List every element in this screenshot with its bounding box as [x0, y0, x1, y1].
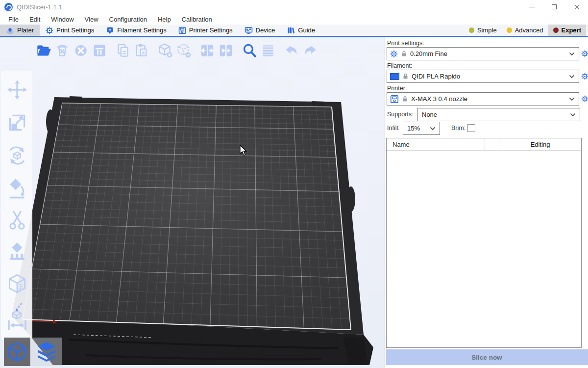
books-icon — [287, 26, 295, 34]
rotate-tool-button[interactable] — [5, 144, 29, 167]
menu-view[interactable]: View — [79, 15, 104, 24]
mode-simple[interactable]: Simple — [464, 25, 502, 36]
arrange-button[interactable] — [90, 41, 109, 60]
main-toolbar — [34, 41, 319, 60]
window-title: QIDISlicer-1.1.1 — [17, 3, 62, 11]
print-settings-gear-button[interactable] — [581, 50, 588, 57]
infill-combo[interactable]: 15% — [403, 122, 440, 135]
copy-button[interactable] — [114, 41, 132, 60]
remove-instance-button[interactable] — [174, 41, 193, 60]
rotate-icon — [5, 144, 29, 167]
mode-advanced[interactable]: Advanced — [502, 25, 548, 36]
menu-configuration[interactable]: Configuration — [104, 15, 152, 24]
split-to-parts-button[interactable] — [217, 41, 235, 60]
chevron-down-icon — [570, 113, 576, 117]
infill-value: 15% — [407, 125, 430, 132]
menu-file[interactable]: File — [3, 15, 24, 24]
scale-tool-button[interactable] — [5, 111, 29, 134]
title-bar: QIDISlicer-1.1.1 — [0, 0, 588, 14]
open-folder-button[interactable] — [34, 41, 53, 60]
object-list[interactable]: Name Editing — [386, 138, 582, 348]
paste-icon — [133, 42, 150, 59]
place-on-face-icon — [5, 176, 29, 200]
split-to-parts-icon — [217, 42, 235, 59]
printer-icon — [390, 95, 399, 104]
tab-guide[interactable]: Guide — [281, 25, 321, 36]
menu-window[interactable]: Window — [46, 15, 79, 24]
redo-icon — [301, 42, 319, 59]
printer-combo[interactable]: X-MAX 3 0.4 nozzle — [387, 92, 579, 105]
print-settings-combo[interactable]: 0.20mm Fine — [387, 47, 579, 60]
undo-icon — [283, 42, 300, 59]
filament-label: Filament: — [387, 62, 412, 69]
tab-plater[interactable]: Plater — [0, 25, 40, 36]
plater-icon — [6, 26, 14, 34]
filament-combo[interactable]: QIDI PLA Rapido — [387, 70, 579, 83]
gear-icon — [46, 26, 53, 34]
search-button[interactable] — [240, 41, 259, 60]
device-monitor-icon — [245, 26, 253, 34]
move-tool-button[interactable] — [5, 78, 29, 102]
print-settings-label: Print settings: — [387, 40, 424, 47]
tab-print-settings[interactable]: Print Settings — [40, 25, 100, 36]
view-preview-button[interactable] — [31, 338, 62, 366]
tab-filament-settings[interactable]: Filament Settings — [100, 25, 172, 36]
print-bed — [0, 37, 385, 368]
qidislicer-window: QIDISlicer-1.1.1 File Edit Window View C… — [0, 0, 588, 368]
cut-tool-button[interactable] — [5, 209, 29, 232]
chevron-down-icon — [430, 127, 436, 131]
add-instance-button[interactable] — [156, 41, 174, 60]
slice-now-button[interactable]: Slice now — [386, 349, 588, 365]
close-icon — [574, 4, 580, 10]
printer-icon — [178, 26, 186, 34]
column-header-name[interactable]: Name — [387, 138, 485, 150]
close-button[interactable] — [565, 0, 588, 14]
infill-label: Infill: — [387, 125, 400, 131]
delete-all-icon — [72, 42, 90, 59]
open-folder-icon — [35, 42, 52, 59]
supports-combo[interactable]: None — [417, 108, 580, 121]
tab-label: Print Settings — [56, 26, 94, 34]
maximize-button[interactable] — [543, 0, 565, 14]
tab-device[interactable]: Device — [239, 25, 281, 36]
menu-help[interactable]: Help — [152, 15, 176, 24]
undo-button[interactable] — [282, 41, 301, 60]
brim-checkbox[interactable] — [467, 124, 475, 132]
delete-all-button[interactable] — [72, 41, 90, 60]
menu-edit[interactable]: Edit — [24, 15, 46, 24]
tab-printer-settings[interactable]: Printer Settings — [172, 25, 239, 36]
printer-label: Printer: — [387, 85, 407, 92]
view-3d-editor-button[interactable] — [4, 338, 30, 366]
supports-value: None — [422, 111, 570, 118]
measure-tool-button[interactable] — [5, 272, 29, 296]
simple-dot-icon — [469, 27, 474, 33]
mouse-cursor — [240, 145, 248, 157]
delete-trash-icon — [53, 42, 71, 59]
place-on-face-tool-button[interactable] — [5, 176, 29, 200]
paint-supports-tool-button[interactable] — [5, 240, 29, 264]
filament-gear-button[interactable] — [581, 73, 588, 80]
spacing-tool-button[interactable] — [5, 318, 29, 332]
split-to-objects-button[interactable] — [198, 41, 217, 60]
column-header-editing[interactable]: Editing — [499, 141, 581, 148]
menu-calibration[interactable]: Calibration — [176, 15, 218, 24]
app-logo-icon — [4, 3, 13, 11]
place-on-bed-tool-button[interactable] — [5, 301, 29, 320]
lock-icon — [402, 96, 408, 102]
column-header-extruder[interactable] — [485, 138, 499, 150]
mode-expert[interactable]: Expert — [548, 25, 586, 36]
delete-button[interactable] — [53, 41, 72, 60]
paste-button[interactable] — [132, 41, 151, 60]
variable-layer-height-button[interactable] — [259, 41, 277, 60]
3d-viewport[interactable] — [0, 37, 385, 368]
filament-icon — [106, 26, 114, 34]
minimize-button[interactable] — [520, 0, 543, 14]
tab-label: Filament Settings — [117, 26, 166, 34]
cut-scissors-icon — [5, 209, 29, 232]
redo-button[interactable] — [301, 41, 319, 60]
move-icon — [5, 78, 29, 102]
menu-bar: File Edit Window View Configuration Help… — [0, 14, 588, 25]
printer-gear-button[interactable] — [581, 95, 588, 103]
bed-clip — [46, 109, 55, 134]
filament-value: QIDI PLA Rapido — [412, 73, 566, 80]
